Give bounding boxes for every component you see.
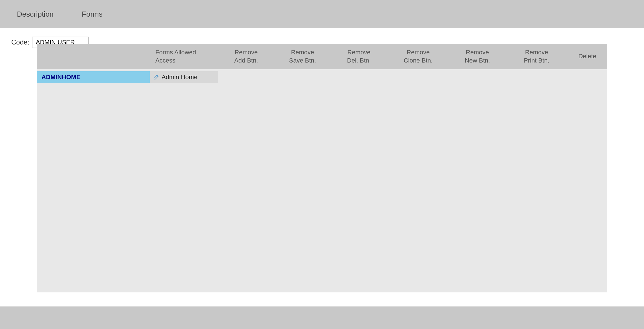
tab-description[interactable]: Description: [11, 7, 59, 21]
row-remove-add: [218, 75, 274, 79]
th-remove-print: RemovePrint Btn.: [506, 47, 568, 66]
tab-forms[interactable]: Forms: [76, 7, 108, 21]
table-header: Forms Allowed Access RemoveAdd Btn. Remo…: [37, 44, 607, 69]
table-body: ADMINHOME Admin Home: [37, 69, 607, 85]
th-remove-del: RemoveDel. Btn.: [331, 47, 387, 66]
th-remove-save: RemoveSave Btn.: [274, 47, 331, 66]
th-blank: [37, 55, 150, 58]
row-name-text: Admin Home: [162, 74, 197, 81]
row-remove-clone: [387, 75, 449, 79]
table-row[interactable]: ADMINHOME Admin Home: [37, 69, 607, 85]
th-remove-new: RemoveNew Btn.: [449, 47, 506, 66]
th-delete: Delete: [568, 51, 607, 62]
row-remove-print: [506, 75, 568, 79]
row-delete: [568, 75, 607, 79]
th-remove-add: RemoveAdd Btn.: [218, 47, 274, 66]
th-forms-allowed: Forms Allowed Access: [150, 47, 218, 66]
row-code[interactable]: ADMINHOME: [37, 71, 150, 83]
top-tab-bar: Description Forms: [0, 0, 644, 28]
row-remove-del: [331, 75, 387, 79]
code-label: Code:: [11, 38, 29, 46]
main-panel: Forms Allowed Access RemoveAdd Btn. Remo…: [37, 44, 607, 292]
row-remove-save: [274, 75, 331, 79]
link-icon: [153, 74, 159, 81]
bottom-bar: [0, 306, 644, 329]
row-name[interactable]: Admin Home: [150, 71, 218, 83]
row-remove-new: [449, 75, 506, 79]
th-remove-clone: RemoveClone Btn.: [387, 47, 449, 66]
